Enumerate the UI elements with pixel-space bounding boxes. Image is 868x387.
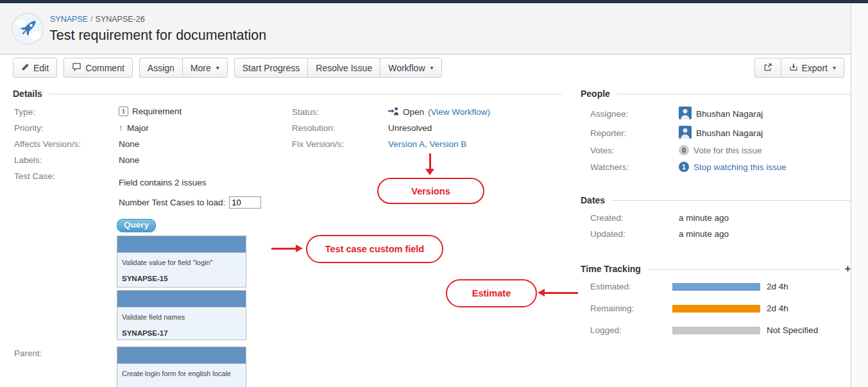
reporter-label: Reporter: bbox=[590, 128, 679, 138]
parent-issue-card[interactable]: Create login form for english locale bbox=[117, 347, 246, 387]
dates-section-heading: Dates bbox=[581, 195, 851, 205]
annotation-arrow-estimate bbox=[545, 292, 578, 294]
remaining-label: Remaining: bbox=[590, 304, 672, 313]
logged-row: Logged: Not Specified bbox=[590, 325, 818, 335]
breadcrumb-issue-key[interactable]: SYNAPSE-26 bbox=[96, 15, 145, 24]
labels-label: Labels: bbox=[14, 155, 42, 165]
votes-row: Votes: 0 Vote for this issue bbox=[590, 145, 762, 155]
status-label: Status: bbox=[292, 107, 319, 117]
votes-label: Votes: bbox=[590, 146, 679, 155]
breadcrumb: SYNAPSE/SYNAPSE-26 bbox=[50, 15, 145, 24]
fix-versions-links[interactable]: Version A, Version B bbox=[388, 139, 466, 149]
estimated-bar bbox=[672, 283, 760, 291]
time-tracking-section-heading: Time Tracking+ bbox=[581, 263, 851, 275]
user-avatar-icon bbox=[679, 107, 692, 121]
test-case-summary: Field contains 2 issues bbox=[119, 178, 207, 187]
resolve-issue-label: Resolve Issue bbox=[316, 63, 372, 73]
user-avatar-icon bbox=[679, 126, 692, 141]
share-button[interactable] bbox=[754, 58, 781, 78]
assignee-user-link[interactable]: Bhushan Nagaraj bbox=[696, 109, 763, 119]
chevron-down-icon: ▾ bbox=[833, 64, 836, 71]
test-case-card[interactable]: Validate value for field "login" SYNAPSE… bbox=[117, 236, 246, 288]
test-case-card[interactable]: Validate field names SYNAPSE-17 bbox=[117, 290, 246, 340]
assignee-label: Assignee: bbox=[590, 109, 679, 119]
affects-versions-label: Affects Version/s: bbox=[14, 139, 81, 149]
details-section-heading: Details bbox=[13, 89, 562, 99]
query-button[interactable]: Query bbox=[117, 219, 156, 232]
start-progress-button[interactable]: Start Progress bbox=[234, 58, 307, 78]
test-cases-load-label: Number Test Cases to load: bbox=[119, 198, 225, 207]
remaining-bar bbox=[672, 305, 760, 313]
heading-rule bbox=[611, 200, 851, 201]
breadcrumb-separator: / bbox=[90, 15, 92, 24]
fix-versions-value: Version A, Version B bbox=[388, 139, 466, 149]
annotation-arrowhead-test-case bbox=[296, 245, 303, 252]
breadcrumb-project-link[interactable]: SYNAPSE bbox=[50, 15, 88, 24]
comment-button-label: Comment bbox=[85, 63, 124, 73]
assign-more-group: Assign More▾ bbox=[139, 58, 228, 78]
priority-value: ↑ Major bbox=[119, 123, 149, 133]
annotation-versions-oval: Versions bbox=[377, 178, 484, 204]
test-case-card-header bbox=[117, 291, 246, 307]
priority-label: Priority: bbox=[14, 123, 44, 133]
remaining-row: Remaining: 2d 4h bbox=[590, 304, 788, 313]
logged-label: Logged: bbox=[590, 325, 672, 335]
annotation-arrow-test-case bbox=[271, 248, 297, 250]
pencil-icon bbox=[21, 63, 30, 73]
requirement-type-icon: I bbox=[119, 107, 128, 116]
chevron-down-icon: ▾ bbox=[216, 64, 219, 71]
created-value: a minute ago bbox=[679, 213, 729, 223]
heading-rule bbox=[617, 94, 851, 94]
add-time-tracking-plus-icon[interactable]: + bbox=[845, 263, 851, 275]
comment-bubble-icon bbox=[72, 62, 81, 73]
issue-header: SYNAPSE/SYNAPSE-26 Test requirement for … bbox=[0, 3, 868, 55]
more-button-label: More bbox=[191, 63, 211, 73]
issue-title: Test requirement for documentation bbox=[49, 28, 266, 44]
more-dropdown-button[interactable]: More▾ bbox=[182, 58, 228, 78]
type-value: I Requirement bbox=[119, 107, 182, 116]
status-value-text: Open bbox=[403, 107, 424, 117]
updated-value: a minute ago bbox=[679, 229, 729, 239]
annotation-estimate-label: Estimate bbox=[472, 288, 511, 298]
type-value-text: Requirement bbox=[132, 107, 182, 116]
annotation-versions-label: Versions bbox=[411, 186, 450, 196]
resolve-issue-button[interactable]: Resolve Issue bbox=[307, 58, 380, 78]
comment-button[interactable]: Comment bbox=[64, 58, 133, 78]
test-cases-load-input[interactable] bbox=[229, 196, 261, 209]
resolution-value: Unresolved bbox=[388, 123, 432, 133]
reporter-user-link[interactable]: Bhushan Nagaraj bbox=[696, 128, 763, 138]
people-section-heading: People bbox=[581, 89, 851, 99]
heading-rule bbox=[647, 269, 840, 270]
annotation-arrow-versions bbox=[429, 153, 431, 170]
annotation-test-case-label: Test case custom field bbox=[325, 244, 424, 254]
estimated-label: Estimated: bbox=[590, 282, 672, 291]
test-case-card-header bbox=[117, 236, 246, 253]
priority-major-icon: ↑ bbox=[119, 123, 123, 133]
created-label: Created: bbox=[590, 213, 679, 223]
fix-versions-label: Fix Version/s: bbox=[292, 139, 344, 149]
assign-button[interactable]: Assign bbox=[139, 58, 182, 78]
watchers-count-badge: 1 bbox=[679, 162, 689, 172]
created-row: Created: a minute ago bbox=[590, 213, 729, 223]
assign-button-label: Assign bbox=[148, 63, 174, 73]
edit-button[interactable]: Edit bbox=[13, 58, 57, 78]
logged-value: Not Specified bbox=[767, 325, 818, 335]
watchers-label: Watchers: bbox=[590, 162, 679, 172]
workflow-dropdown-button[interactable]: Workflow▾ bbox=[380, 58, 441, 78]
edit-button-label: Edit bbox=[33, 63, 49, 73]
share-icon bbox=[763, 62, 773, 74]
scrollbar-track[interactable] bbox=[851, 3, 868, 387]
test-case-card-key[interactable]: SYNAPSE-15 bbox=[117, 266, 246, 288]
assignee-row: Assignee: Bhushan Nagaraj bbox=[590, 107, 763, 121]
votes-count-badge: 0 bbox=[679, 145, 689, 155]
annotation-estimate-oval: Estimate bbox=[446, 279, 537, 307]
export-dropdown-button[interactable]: Export ▾ bbox=[781, 58, 845, 78]
view-workflow-link[interactable]: (View Workflow) bbox=[428, 107, 490, 117]
vote-for-issue-link[interactable]: Vote for this issue bbox=[694, 146, 762, 155]
stop-watching-link[interactable]: Stop watching this issue bbox=[694, 162, 787, 172]
details-heading-label: Details bbox=[13, 89, 42, 99]
test-case-label: Test Case: bbox=[14, 171, 55, 181]
logged-bar bbox=[672, 327, 760, 334]
test-case-card-summary: Validate field names bbox=[117, 307, 246, 321]
test-case-card-key[interactable]: SYNAPSE-17 bbox=[117, 321, 246, 342]
